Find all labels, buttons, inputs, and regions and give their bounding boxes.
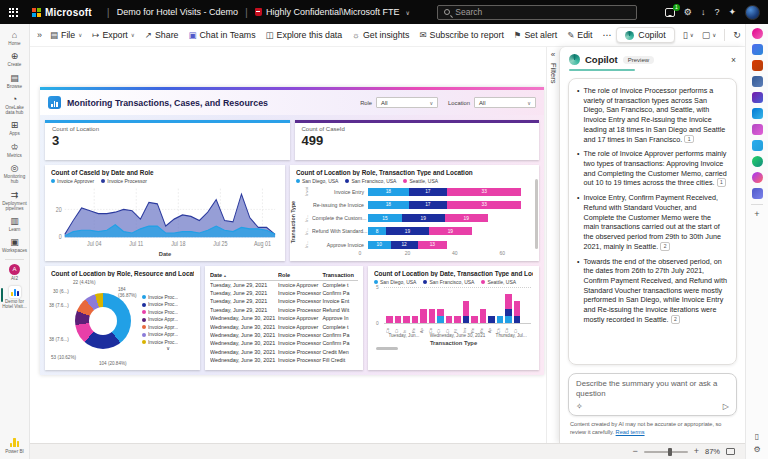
- legend-item[interactable]: Invoice Appr...: [142, 317, 194, 322]
- column-header-date[interactable]: Date▲: [210, 271, 278, 280]
- sidebar-item-apps[interactable]: ⊞Apps: [0, 118, 29, 139]
- column-header-transaction[interactable]: Transaction: [322, 271, 358, 280]
- toolbar-item-share[interactable]: ↗Share: [140, 28, 184, 42]
- legend-item[interactable]: Invoice Proc...: [142, 302, 194, 307]
- toolbar-item-explore-this-data[interactable]: ◫Explore this data: [261, 28, 348, 42]
- bar-segment[interactable]: 19: [445, 214, 488, 222]
- zoom-slider-thumb[interactable]: [668, 448, 672, 456]
- column-bar[interactable]: [505, 294, 512, 323]
- bar-segment[interactable]: 18: [368, 188, 409, 196]
- citation-chip[interactable]: 2: [671, 315, 681, 324]
- reset-icon[interactable]: ↻: [733, 30, 741, 40]
- donut-ring[interactable]: [75, 293, 131, 349]
- stacked-bar-row[interactable]: In...Complete the Custom...151919: [304, 214, 526, 223]
- stacked-bar-visual[interactable]: Count of Location by Role, Transaction T…: [290, 165, 539, 261]
- location-filter-dropdown[interactable]: All∨: [474, 97, 536, 108]
- table-row[interactable]: Tuesday, June 29, 2021Invoice ProcessorI…: [210, 297, 358, 305]
- table-row[interactable]: Tuesday, June 29, 2021Invoice ProcessorC…: [210, 289, 358, 297]
- column-bar[interactable]: [412, 316, 419, 323]
- whatsapp-icon[interactable]: [752, 156, 763, 167]
- bar-segment[interactable]: 17: [409, 201, 447, 209]
- contacts-icon[interactable]: [752, 76, 763, 87]
- ms-teams-icon[interactable]: [752, 188, 763, 199]
- stacked-bar-row[interactable]: Re-issuing the Invoice181733: [304, 200, 526, 209]
- column-bar[interactable]: [471, 316, 478, 323]
- zoom-out-icon[interactable]: −: [632, 447, 637, 456]
- bar-segment[interactable]: 19: [386, 227, 429, 235]
- toolbar-item-set-alert[interactable]: ⚑Set alert: [509, 28, 562, 42]
- copilot-button[interactable]: Copilot: [616, 27, 674, 43]
- view-icon[interactable]: ▢∨: [702, 30, 717, 40]
- bar-segment[interactable]: 13: [418, 241, 447, 249]
- legend-more-icon[interactable]: ∨: [142, 347, 194, 350]
- prompt-guide-icon[interactable]: ✧: [576, 402, 583, 411]
- download-icon[interactable]: ↓: [701, 8, 706, 17]
- telegram-icon[interactable]: [752, 140, 763, 151]
- gift-icon[interactable]: ✦: [728, 8, 736, 17]
- line-chart-visual[interactable]: Count of CaseId by Date and Role Invoice…: [45, 165, 285, 261]
- column-bar[interactable]: [446, 316, 453, 323]
- legend-item[interactable]: Invoice Proc...: [142, 310, 194, 315]
- search-icon[interactable]: [752, 28, 763, 39]
- table-row[interactable]: Wednesday, June 30, 2021Invoice Approver…: [210, 323, 358, 331]
- column-bar[interactable]: [429, 309, 436, 323]
- teams-chat-icon[interactable]: 1: [665, 8, 675, 17]
- toolbar-item-export[interactable]: ↦Export∨: [87, 28, 140, 42]
- messenger-icon[interactable]: [752, 172, 763, 183]
- copilot-input-box[interactable]: Describe the summary you want or ask a q…: [568, 373, 737, 416]
- bar-segment[interactable]: 15: [368, 214, 402, 222]
- close-icon[interactable]: ×: [731, 55, 736, 65]
- loop-icon[interactable]: [752, 92, 763, 103]
- table-row[interactable]: Tuesday, June 29, 2021Invoice ApproverCo…: [210, 281, 358, 289]
- bar-segment[interactable]: 10: [368, 241, 391, 249]
- bar-segment[interactable]: 8: [368, 227, 386, 235]
- table-row[interactable]: Wednesday, June 30, 2021Invoice Processo…: [210, 331, 358, 339]
- zoom-in-icon[interactable]: +: [694, 447, 699, 456]
- legend-item[interactable]: Invoice Appr...: [142, 325, 194, 330]
- read-terms-link[interactable]: Read terms: [616, 429, 645, 435]
- column-bar[interactable]: [403, 316, 410, 323]
- column-header-role[interactable]: Role: [278, 271, 322, 280]
- column-bar[interactable]: [437, 309, 444, 323]
- stacked-bar-row[interactable]: In...Approve Invoice101213: [304, 240, 526, 249]
- stacked-bar-row[interactable]: Invoic...Invoice Entry181733: [304, 187, 526, 196]
- column-bar[interactable]: [488, 316, 495, 323]
- account-avatar[interactable]: [745, 5, 760, 20]
- scrollbar[interactable]: [535, 179, 538, 249]
- toolbar-item-file[interactable]: ▤File∨: [45, 28, 87, 42]
- kpi-card-count-of-location[interactable]: Count of Location 3: [45, 120, 290, 160]
- horizontal-scrollbar[interactable]: [376, 347, 398, 350]
- toolbar-item-more-options[interactable]: ⋯: [598, 28, 617, 42]
- sidebar-item-onelake-data-hub[interactable]: ◔OneLake data hub: [0, 92, 29, 119]
- sidebar-item-deployment-pipelines[interactable]: ⇉Deployment pipelines: [0, 188, 29, 215]
- donut-chart-visual[interactable]: Count of Location by Role, Resource and …: [45, 266, 200, 370]
- citation-chip[interactable]: 1: [684, 135, 694, 144]
- send-icon[interactable]: ▷: [723, 402, 729, 411]
- briefcase-icon[interactable]: [752, 60, 763, 71]
- legend-item[interactable]: Invoice Appr...: [142, 332, 194, 337]
- table-row[interactable]: Wednesday, June 30, 2021Invoice Processo…: [210, 356, 358, 364]
- toolbar-item-edit[interactable]: ✎Edit: [562, 28, 597, 42]
- bar-segment[interactable]: 33: [447, 201, 521, 209]
- sidebar-item-monitoring-hub[interactable]: ◎Monitoring hub: [0, 161, 29, 188]
- citation-chip[interactable]: 2: [660, 242, 670, 251]
- column-bar[interactable]: [463, 301, 470, 323]
- sidebar-item-browse[interactable]: ▤Browse: [0, 71, 29, 92]
- kpi-card-count-of-caseid[interactable]: Count of CaseId 499: [295, 120, 540, 160]
- filters-pane-collapsed[interactable]: « Filters: [546, 47, 559, 443]
- legend-item[interactable]: Invoice Proc...: [142, 295, 194, 300]
- role-filter-dropdown[interactable]: All∨: [376, 97, 438, 108]
- column-chart-visual[interactable]: Count of Location by Date, Transaction T…: [368, 266, 539, 370]
- column-bar[interactable]: [454, 316, 461, 323]
- sidebar-item-workspaces[interactable]: ▣Workspaces: [0, 235, 29, 256]
- table-row[interactable]: Wednesday, June 30, 2021Invoice Processo…: [210, 348, 358, 356]
- citation-chip[interactable]: 1: [717, 178, 727, 187]
- column-bar[interactable]: [386, 316, 393, 323]
- power-bi-switcher[interactable]: Power BI: [0, 434, 29, 459]
- collapse-icon[interactable]: «: [551, 51, 555, 59]
- table-visual[interactable]: Date▲RoleTransactionTuesday, June 29, 20…: [205, 266, 363, 370]
- column-bar[interactable]: [497, 316, 504, 323]
- column-bar[interactable]: [395, 316, 402, 323]
- sidebar-item-ai2-workspace[interactable]: AAI2: [0, 262, 29, 284]
- settings-gear-icon[interactable]: ⚙: [684, 8, 692, 17]
